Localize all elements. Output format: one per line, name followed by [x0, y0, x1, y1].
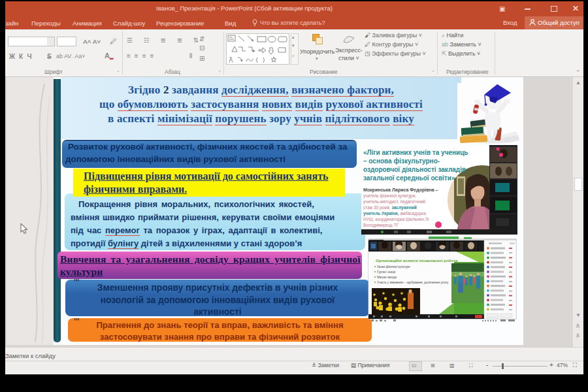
svg-text:Організаційні аспекти позаклас: Організаційні аспекти позакласної роботи [376, 259, 458, 263]
svg-text:«Ліги активних учнів та учениц: «Ліги активних учнів та учениць [363, 149, 468, 156]
svg-text:Масові заходи: Масові заходи [377, 276, 397, 279]
svg-text:Уроки фізичної культури: Уроки фізичної культури [377, 265, 410, 269]
svg-text:Мокринська Лариса Федорівна –: Мокринська Лариса Федорівна – [363, 188, 438, 193]
svg-text:учитель України, амбасадорка: учитель України, амбасадорка [363, 211, 426, 216]
svg-text:загальної середньої освіти»: загальної середньої освіти» [363, 174, 455, 182]
svg-text:– основа фізкультурно-: – основа фізкультурно- [363, 157, 440, 165]
svg-text:учитель фізичної культури,: учитель фізичної культури, [363, 193, 416, 199]
svg-text:Гуртки і секції: Гуртки і секції [377, 270, 396, 274]
svg-text:учитель-методист, педагогічний: учитель-методист, педагогічний [363, 199, 425, 204]
svg-text:НУШ, координаторка Шкільних Лі: НУШ, координаторка Шкільних Лі [363, 217, 429, 222]
svg-text:Володимирець ТГ: Володимирець ТГ [363, 223, 399, 228]
svg-text:стаж 30 років, заслужений: стаж 30 років, заслужений [363, 205, 417, 210]
svg-text:оздоровчої діяльності закладів: оздоровчої діяльності закладів [363, 166, 466, 173]
svg-text:Участь у змаганнях – здобуванн: Участь у змаганнях – здобування, досягне… [377, 281, 449, 284]
